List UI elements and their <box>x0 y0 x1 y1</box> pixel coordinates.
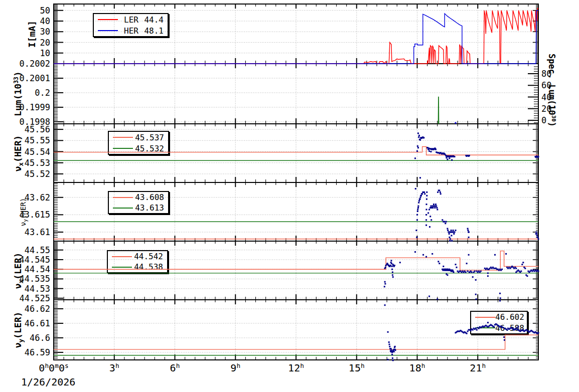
x-tick-label: 12h <box>266 362 326 375</box>
y-tick-label: 46.59 <box>25 347 50 357</box>
y-tick-label: 46.62 <box>25 304 50 314</box>
y-tick-label: 45.56 <box>25 124 50 134</box>
x-tick-label: 15h <box>327 362 387 375</box>
y-axis-title-nuy-ler: νy(LER) <box>11 280 25 380</box>
x-tick-label: 3h <box>84 362 144 375</box>
y-tick-label: 44.55 <box>25 245 50 255</box>
right-axis-title: Spec. Lum(1030) <box>545 40 559 140</box>
y-tick-label: 44.53 <box>25 284 50 294</box>
y-tick-label: 50 <box>40 6 50 16</box>
y-tick-label: 44.54 <box>25 264 50 274</box>
y-axis-title-current: I[mA] <box>25 0 39 84</box>
y-tick-label: 0.2 <box>35 88 50 98</box>
x-tick-label: 21h <box>448 362 508 375</box>
tune-luminosity-strip-chart: 1/26/2026 LER44.4HER48.145.53745.53243.6… <box>0 0 579 392</box>
y-tick-label: 40 <box>40 16 50 26</box>
y-tick-label: 46.61 <box>25 318 50 328</box>
x-tick-label: 18h <box>387 362 448 375</box>
label-layer: 1020304050I[mA]0.19980.19990.20.20010.20… <box>0 0 579 392</box>
x-tick-label: 9h <box>205 362 265 375</box>
x-tick-label: 6h <box>145 362 205 375</box>
y-tick-label: 30 <box>40 27 50 37</box>
y-tick-label: 20 <box>40 38 50 48</box>
y-tick-label: 46.6 <box>30 333 50 343</box>
y-tick-label: 10 <box>40 48 50 58</box>
x-tick-label: 0h0m0s <box>24 362 84 375</box>
y-tick-label: 45.55 <box>25 135 50 145</box>
y-tick-label: 45.54 <box>25 147 50 157</box>
